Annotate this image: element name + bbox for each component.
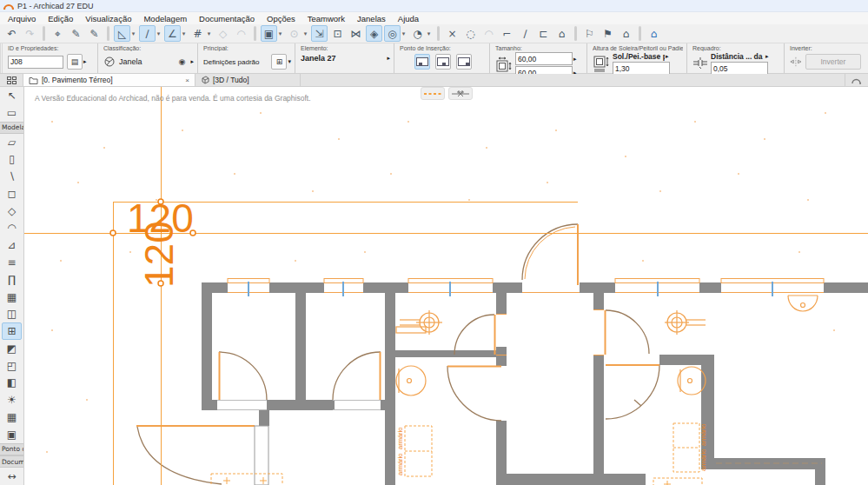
menu-item[interactable]: Teamwork [301, 14, 351, 23]
menu-item[interactable]: Documentação [193, 14, 261, 23]
chamfer-icon[interactable]: ∕ [517, 25, 533, 42]
tool-window[interactable]: ⊞ [2, 322, 22, 340]
tool-dimension[interactable]: ↔ [0, 468, 23, 485]
menu-item[interactable]: Opções [261, 14, 301, 23]
insertion-point-center-button[interactable] [414, 54, 430, 70]
guide-line-segment-button[interactable] [421, 87, 445, 100]
absorb-parameters-icon[interactable]: ✎ [68, 25, 84, 42]
undo-icon[interactable]: ↶ [3, 25, 20, 42]
adjust-icon[interactable]: ◌ [462, 25, 479, 42]
tool-select[interactable]: ↖ [0, 87, 23, 104]
flyout-arrow-icon[interactable]: ▸ [190, 58, 194, 65]
tool-opening[interactable]: ◰ [0, 357, 23, 375]
tool-roof[interactable]: ◇ [0, 203, 23, 220]
tool-curtain-wall[interactable]: ▦ [0, 289, 23, 306]
lock-icon[interactable]: ⊙ [286, 25, 302, 42]
dropdown-caret[interactable]: ▾ [180, 25, 188, 42]
drawing-canvas[interactable]: armário armário armário armário 120 120 … [24, 87, 868, 485]
menu-item[interactable]: Modelagem [137, 14, 193, 23]
tab-list-icon[interactable] [845, 74, 868, 86]
flag-list-icon[interactable]: ⚑ [600, 25, 616, 42]
insertion-point-edge-button[interactable] [456, 54, 472, 70]
dropdown-caret[interactable]: ▾ [288, 58, 291, 65]
offset-icon[interactable]: ⊏ [535, 25, 552, 42]
home-story-icon[interactable]: ⌂ [618, 25, 634, 42]
flyout-arrow-icon[interactable]: ▸ [387, 55, 390, 62]
tool-wall[interactable]: ▱ [0, 134, 23, 151]
size-width-input[interactable] [515, 52, 573, 65]
door-leaves [136, 224, 659, 426]
dropdown-caret[interactable]: ▾ [129, 25, 137, 42]
pick-parameters-icon[interactable]: ⌖ [50, 25, 66, 42]
dropdown-caret[interactable]: ▾ [205, 25, 213, 42]
rotate-icon[interactable]: ◔ [409, 25, 426, 42]
morph-edit-icon[interactable]: ◎ [384, 25, 401, 42]
tool-railing[interactable]: ∏ [0, 271, 23, 289]
menu-item[interactable]: Edição [42, 14, 79, 23]
menu-item[interactable]: Arquivo [2, 14, 42, 23]
tab-3d[interactable]: [3D / Tudo] [195, 74, 301, 86]
intersect-icon[interactable]: ⋈ [348, 25, 364, 42]
tool-column[interactable]: ▯ [0, 151, 23, 169]
tool-beam[interactable]: ∖ [0, 168, 23, 185]
flyout-arrow-icon[interactable]: ▸ [765, 53, 769, 60]
flyout-arrow-icon[interactable]: ▸ [83, 58, 87, 65]
eraser-icon[interactable]: ◇ [215, 25, 231, 42]
tool-object[interactable]: ◧ [0, 375, 23, 392]
stretch-icon[interactable]: ⊡ [329, 25, 346, 42]
sill-height-input[interactable] [613, 62, 670, 75]
tab-overview-button[interactable] [0, 74, 23, 86]
redo-icon[interactable]: ↷ [22, 25, 38, 42]
element-id-input[interactable] [8, 56, 63, 69]
snap-grid-icon[interactable]: # [189, 25, 206, 42]
move-icon[interactable]: ⇲ [311, 25, 328, 42]
reveal-distance-input[interactable] [711, 62, 768, 75]
settings-dialog-icon[interactable]: ⊞ [271, 54, 287, 70]
tool-door[interactable]: ◫ [0, 305, 23, 322]
invert-button[interactable]: Inverter [805, 54, 861, 70]
guide-lines-icon[interactable]: ◺ [114, 25, 130, 42]
remove-guide-lines-button[interactable] [448, 87, 473, 100]
reveal-mode-value[interactable]: Distância ... da Parede [711, 52, 765, 61]
guide-controls [421, 87, 473, 100]
flyout-arrow-icon[interactable]: ▸ [666, 53, 669, 60]
dropdown-caret[interactable]: ▾ [301, 25, 309, 42]
fillet-icon[interactable]: ⌐ [499, 25, 515, 42]
snap-points-icon[interactable]: ∠ [164, 25, 181, 42]
insertion-point-side-button[interactable] [435, 54, 451, 70]
tool-zone[interactable]: ▣ [0, 426, 23, 443]
menu-item[interactable]: Visualização [79, 14, 137, 23]
tab-floor-plan[interactable]: [0. Pavimento Térreo] × [23, 74, 195, 86]
dropdown-caret[interactable]: ▾ [425, 25, 433, 42]
dimension-input[interactable]: 120 120 [127, 196, 194, 288]
multiply-icon[interactable]: ◈ [366, 25, 382, 42]
leaf-icon[interactable]: ◠ [233, 25, 249, 42]
tool-skylight[interactable]: ◩ [0, 340, 23, 357]
trim-icon[interactable]: × [444, 25, 461, 42]
sill-mode-value[interactable]: Sol./Pei.-base parede [613, 52, 665, 61]
flyout-arrow-icon[interactable]: ▸ [573, 56, 577, 63]
split-icon[interactable]: ◠ [480, 25, 497, 42]
dropdown-caret[interactable]: ▾ [400, 25, 407, 42]
tool-shell[interactable]: ◠ [0, 220, 23, 237]
tool-mesh[interactable]: ▦ [0, 409, 23, 426]
tool-lamp[interactable]: ☀ [0, 391, 23, 409]
cube-3d-icon [201, 76, 209, 84]
properties-icon[interactable]: ▤ [67, 54, 83, 70]
close-tab-icon[interactable]: × [185, 76, 189, 84]
home-sync-icon[interactable]: ⌂ [646, 25, 662, 42]
dropdown-caret[interactable]: ▾ [155, 25, 162, 42]
flag-icon[interactable]: ⚐ [581, 25, 598, 42]
tool-slab[interactable]: ◻ [0, 185, 23, 203]
classification-manager-icon[interactable]: ◉ [174, 54, 189, 70]
menu-item[interactable]: Janelas [351, 14, 392, 23]
menu-item[interactable]: Ajuda [392, 14, 425, 23]
tool-stair[interactable]: ≡ [0, 254, 23, 271]
tool-marquee[interactable]: ▭ [0, 104, 23, 122]
inject-parameters-icon[interactable]: ✎ [86, 25, 103, 42]
elevation-icon[interactable]: ⌂ [553, 25, 570, 42]
tool-morph[interactable]: ⊿ [0, 236, 23, 254]
marquee-mode-icon[interactable]: ▣ [261, 25, 277, 42]
dropdown-caret[interactable]: ▾ [276, 25, 284, 42]
snap-guides-icon[interactable]: ∕ [139, 25, 156, 42]
